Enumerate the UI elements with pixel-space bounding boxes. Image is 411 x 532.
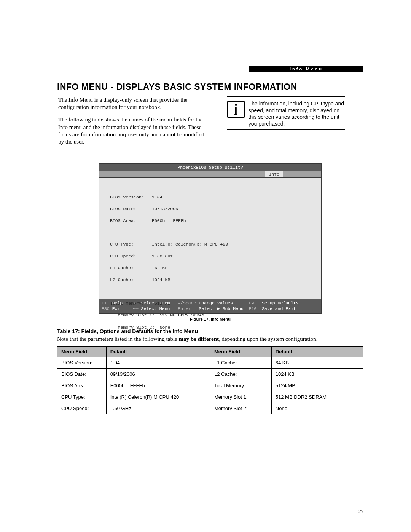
- th-menu-field: Menu Field: [57, 346, 107, 357]
- table-cell: E000h – FFFFh: [106, 380, 210, 391]
- page-title: INFO MENU - DISPLAYS BASIC SYSTEM INFORM…: [57, 82, 363, 92]
- top-rule: [57, 65, 363, 65]
- bios-field-label: BIOS Date:: [110, 206, 152, 212]
- intro-paragraph-1: The Info Menu is a display-only screen t…: [58, 96, 209, 111]
- bios-screen: PhoenixBIOS Setup Utility Info BIOS Vers…: [99, 163, 322, 314]
- th-menu-field: Menu Field: [210, 346, 271, 357]
- table-cell: 64 KB: [271, 357, 363, 368]
- table-cell: 1.60 GHz: [106, 403, 210, 414]
- bios-field-label: CPU Type:: [110, 241, 152, 248]
- table-caption: Table 17: Fields, Options and Defaults f…: [57, 328, 363, 334]
- bios-title: PhoenixBIOS Setup Utility: [99, 164, 321, 171]
- bios-field-label: L2 Cache:: [110, 277, 152, 283]
- bios-field-label: CPU Speed:: [110, 253, 152, 259]
- defaults-table: Menu Field Default Menu Field Default BI…: [57, 346, 363, 414]
- intro-right-column: l The information, including CPU type an…: [210, 96, 363, 151]
- bios-field-value: Intel(R) Celeron(R) M CPU 420: [152, 242, 228, 247]
- bios-field-label: BIOS Area:: [110, 218, 152, 224]
- table-note: Note that the parameters listed in the f…: [57, 336, 363, 342]
- table-cell: BIOS Date:: [57, 368, 107, 380]
- table-cell: CPU Type:: [57, 391, 107, 403]
- table-cell: 09/13/2006: [106, 368, 210, 380]
- table-cell: 5124 MB: [271, 380, 363, 391]
- table-cell: L1 Cache:: [210, 357, 271, 368]
- table-cell: 1.04: [106, 357, 210, 368]
- intro-paragraph-2: The following table shows the names of t…: [58, 116, 209, 145]
- bios-field-value: 1.60 GHz: [152, 254, 173, 259]
- th-default: Default: [271, 346, 363, 357]
- table-row: CPU Type:Intel(R) Celeron(R) M CPU 420Me…: [57, 391, 363, 403]
- table-cell: L2 Cache:: [210, 368, 271, 380]
- bios-field-label: Memory Slot 1:: [118, 312, 160, 318]
- table-row: BIOS Version:1.04L1 Cache:64 KB: [57, 357, 363, 368]
- bios-body: BIOS Version:1.04 BIOS Date:10/13/2006 B…: [99, 177, 321, 299]
- bios-field-value: 1.04: [152, 195, 162, 200]
- info-note-text: The information, including CPU type and …: [249, 101, 345, 127]
- bios-tab-info: Info: [265, 171, 283, 177]
- bios-field-label: L1 Cache:: [110, 265, 152, 271]
- table-cell: Total Memory:: [210, 380, 271, 391]
- table-row: BIOS Area:E000h – FFFFhTotal Memory:5124…: [57, 380, 363, 391]
- table-cell: Memory Slot 2:: [210, 403, 271, 414]
- th-default: Default: [106, 346, 210, 357]
- figure-caption: Figure 17. Info Menu: [57, 317, 363, 321]
- bios-tab-bar: Info: [99, 171, 321, 177]
- section-header-bar: Info Menu: [249, 66, 363, 72]
- intro-columns: The Info Menu is a display-only screen t…: [57, 95, 363, 152]
- table-row: BIOS Date:09/13/2006L2 Cache:1024 KB: [57, 368, 363, 380]
- table-cell: Memory Slot 1:: [210, 391, 271, 403]
- info-note: l The information, including CPU type an…: [227, 96, 345, 131]
- page-number: 25: [358, 509, 363, 515]
- table-cell: None: [271, 403, 363, 414]
- table-cell: Intel(R) Celeron(R) M CPU 420: [106, 391, 210, 403]
- table-cell: 1024 KB: [271, 368, 363, 380]
- table-cell: BIOS Version:: [57, 357, 107, 368]
- table-cell: 512 MB DDR2 SDRAM: [271, 391, 363, 403]
- page: Info Menu INFO MENU - DISPLAYS BASIC SYS…: [0, 0, 411, 532]
- bios-field-value: 10/13/2006: [152, 206, 178, 211]
- bios-footer: F1 Help ↑↓ Select Item -/Space Change Va…: [99, 299, 321, 313]
- bios-field-value: 1024 KB: [152, 277, 170, 282]
- intro-left-column: The Info Menu is a display-only screen t…: [58, 96, 209, 151]
- bios-field-label: BIOS Version:: [110, 194, 152, 200]
- table-cell: BIOS Area:: [57, 380, 107, 391]
- bios-field-value: E000h - FFFFh: [152, 218, 186, 223]
- info-icon: l: [227, 101, 245, 118]
- table-row: CPU Speed:1.60 GHzMemory Slot 2:None: [57, 403, 363, 414]
- table-cell: CPU Speed:: [57, 403, 107, 414]
- bios-field-value: 64 KB: [152, 265, 167, 270]
